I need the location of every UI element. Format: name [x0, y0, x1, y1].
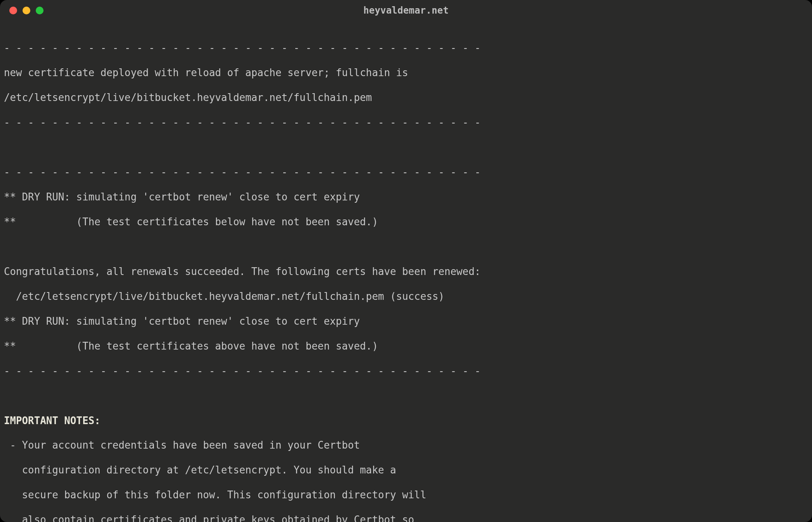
titlebar: heyvaldemar.net: [0, 0, 812, 21]
terminal-window: heyvaldemar.net - - - - - - - - - - - - …: [0, 0, 812, 522]
output-line: secure backup of this folder now. This c…: [4, 489, 808, 501]
output-line: ** (The test certificates above have not…: [4, 340, 808, 353]
window-title: heyvaldemar.net: [0, 5, 812, 16]
output-line: configuration directory at /etc/letsencr…: [4, 464, 808, 477]
maximize-icon[interactable]: [36, 7, 44, 14]
output-line: ** DRY RUN: simulating 'certbot renew' c…: [4, 315, 808, 328]
output-line: [4, 141, 808, 154]
output-line: /etc/letsencrypt/live/bitbucket.heyvalde…: [4, 92, 808, 104]
output-line: - - - - - - - - - - - - - - - - - - - - …: [4, 117, 808, 129]
close-icon[interactable]: [9, 7, 17, 14]
minimize-icon[interactable]: [23, 7, 30, 14]
output-line: - - - - - - - - - - - - - - - - - - - - …: [4, 365, 808, 378]
output-line: also contain certificates and private ke…: [4, 514, 808, 522]
important-notes-heading: IMPORTANT NOTES:: [4, 415, 808, 427]
window-controls: [0, 7, 44, 14]
output-line: - - - - - - - - - - - - - - - - - - - - …: [4, 42, 808, 54]
output-line: - Your account credentials have been sav…: [4, 439, 808, 452]
output-line: [4, 241, 808, 253]
output-line: [4, 390, 808, 402]
output-line: - - - - - - - - - - - - - - - - - - - - …: [4, 166, 808, 179]
output-line: new certificate deployed with reload of …: [4, 67, 808, 79]
output-line: ** (The test certificates below have not…: [4, 216, 808, 228]
output-line: Congratulations, all renewals succeeded.…: [4, 266, 808, 278]
output-line: ** DRY RUN: simulating 'certbot renew' c…: [4, 191, 808, 204]
terminal-output[interactable]: - - - - - - - - - - - - - - - - - - - - …: [0, 21, 812, 522]
output-line: /etc/letsencrypt/live/bitbucket.heyvalde…: [4, 291, 808, 303]
